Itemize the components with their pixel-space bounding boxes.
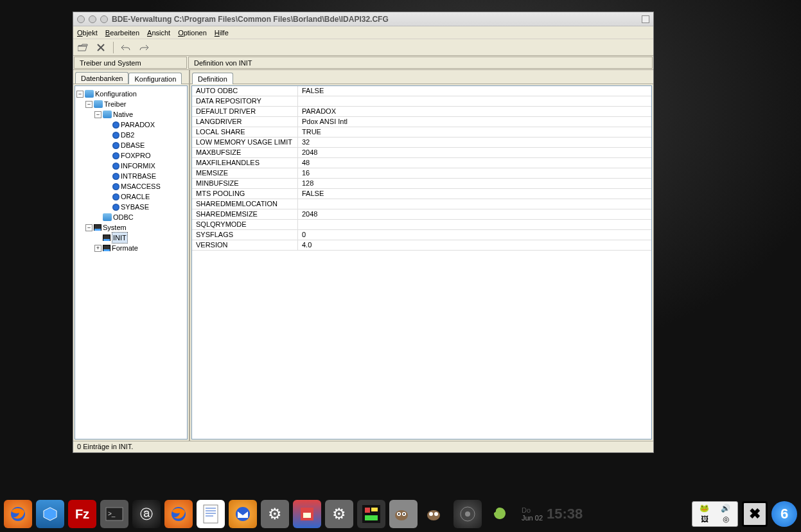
dock-app-2[interactable]	[357, 500, 385, 528]
collapse-icon[interactable]: −	[76, 91, 84, 98]
grid-value[interactable]: 0	[298, 230, 651, 240]
tab-datenbanken[interactable]: Datenbanken	[75, 72, 128, 84]
tree-node-driver[interactable]: SYBASE	[76, 202, 186, 212]
grid-value[interactable]	[298, 96, 651, 106]
grid-value[interactable]: 4.0	[298, 240, 651, 250]
grid-value[interactable]	[298, 220, 651, 229]
grid-row[interactable]: VERSION4.0	[192, 240, 651, 251]
menu-hilfe[interactable]: Hilfe	[215, 29, 229, 37]
grid-row[interactable]: MTS POOLINGFALSE	[192, 189, 651, 199]
grid-row[interactable]: LOCAL SHARETRUE	[192, 127, 651, 137]
grid-value[interactable]: PARADOX	[298, 107, 651, 116]
dock-firefox[interactable]	[4, 500, 32, 528]
grid-row[interactable]: DATA REPOSITORY	[192, 96, 651, 107]
collapse-icon[interactable]: −	[85, 224, 92, 231]
grid-value[interactable]: 16	[298, 168, 651, 178]
grid-row[interactable]: LANGDRIVERPdox ANSI Intl	[192, 117, 651, 127]
grid-key: MINBUFSIZE	[192, 179, 298, 188]
tree-node-formate[interactable]: + Formate	[76, 243, 186, 253]
grid-value[interactable]: 48	[298, 158, 651, 168]
tree-node-treiber[interactable]: − Treiber	[76, 99, 186, 109]
redo-icon[interactable]	[138, 42, 150, 53]
dock-filezilla[interactable]: Fz	[68, 500, 96, 528]
grid-row[interactable]: SQLQRYMODE	[192, 220, 651, 230]
tree-node-driver[interactable]: INFORMIX	[76, 161, 186, 171]
grid-value[interactable]: FALSE	[298, 189, 651, 199]
system-tray[interactable]: 🐸 🔊 🖼 ◎	[692, 501, 738, 527]
grid-row[interactable]: MAXFILEHANDLES48	[192, 158, 651, 168]
workspace-indicator[interactable]: 6	[771, 501, 797, 527]
minimize-icon[interactable]	[89, 15, 96, 23]
tray-icon-1[interactable]: 🐸	[694, 504, 714, 513]
menu-optionen[interactable]: Optionen	[178, 29, 207, 37]
grid-value[interactable]: 2048	[298, 209, 651, 219]
config-tree[interactable]: − Konfiguration − Treiber − Native PARAD…	[75, 85, 188, 439]
tree-node-odbc[interactable]: ODBC	[76, 212, 186, 222]
grid-value[interactable]: 2048	[298, 148, 651, 157]
tree-node-konfiguration[interactable]: − Konfiguration	[76, 89, 186, 99]
grid-value[interactable]: FALSE	[298, 86, 651, 96]
tree-node-driver[interactable]: ORACLE	[76, 191, 186, 202]
window-menu-icon[interactable]	[642, 15, 649, 23]
clock[interactable]: Do Jun 02	[522, 506, 543, 522]
properties-grid[interactable]: AUTO ODBCFALSEDATA REPOSITORYDEFAULT DRI…	[191, 85, 652, 439]
grid-row[interactable]: MEMSIZE16	[192, 168, 651, 179]
dock-firefox-2[interactable]	[164, 500, 193, 528]
dock-thunderbird[interactable]	[229, 500, 257, 528]
undo-icon[interactable]	[120, 42, 132, 53]
grid-value[interactable]	[298, 199, 651, 209]
titlebar[interactable]: BDE-Verwaltung C:\Program Files\Common F…	[73, 12, 653, 26]
dock-virtualbox[interactable]	[36, 500, 64, 528]
tree-node-system[interactable]: − System	[76, 222, 186, 233]
delete-icon[interactable]	[95, 42, 107, 53]
tab-konfiguration[interactable]: Konfiguration	[128, 73, 182, 84]
grid-row[interactable]: DEFAULT DRIVERPARADOX	[192, 107, 651, 117]
tab-definition[interactable]: Definition	[192, 73, 233, 84]
dock-settings-2[interactable]: ⚙	[325, 500, 353, 528]
grid-value[interactable]: 128	[298, 179, 651, 188]
menu-ansicht[interactable]: Ansicht	[147, 29, 170, 37]
tree-node-driver[interactable]: FOXPRO	[76, 150, 186, 161]
grid-row[interactable]: MINBUFSIZE128	[192, 179, 651, 189]
tree-node-driver[interactable]: INTRBASE	[76, 171, 186, 181]
dock-app-green[interactable]	[486, 500, 514, 528]
tree-node-driver[interactable]: DBASE	[76, 140, 186, 150]
grid-row[interactable]: SYSFLAGS0	[192, 230, 651, 240]
tree-node-init[interactable]: INIT	[76, 233, 186, 243]
grid-value[interactable]: 32	[298, 137, 651, 147]
steam-icon[interactable]: ◎	[716, 515, 735, 524]
svg-rect-13	[365, 508, 370, 513]
open-icon[interactable]	[77, 42, 89, 53]
menu-bearbeiten[interactable]: Bearbeiten	[105, 29, 139, 37]
dock-amarok[interactable]: ⓐ	[132, 500, 161, 528]
grid-key: MAXFILEHANDLES	[192, 158, 298, 168]
maximize-icon[interactable]	[100, 15, 108, 23]
collapse-icon[interactable]: −	[94, 111, 101, 118]
dock-settings-1[interactable]: ⚙	[261, 500, 289, 528]
grid-row[interactable]: AUTO ODBCFALSE	[192, 86, 651, 96]
grid-value[interactable]: TRUE	[298, 127, 651, 137]
grid-value[interactable]: Pdox ANSI Intl	[298, 117, 651, 127]
dock-gimp-2[interactable]	[421, 500, 450, 528]
grid-row[interactable]: MAXBUFSIZE2048	[192, 148, 651, 158]
close-session-button[interactable]: ✖	[742, 501, 768, 527]
tray-icon-3[interactable]: 🖼	[694, 515, 714, 524]
dock-document[interactable]	[197, 500, 225, 528]
collapse-icon[interactable]: −	[85, 101, 92, 108]
expand-icon[interactable]: +	[94, 245, 101, 252]
tree-node-driver[interactable]: PARADOX	[76, 120, 186, 130]
grid-row[interactable]: SHAREDMEMLOCATION	[192, 199, 651, 209]
menu-objekt[interactable]: Objekt	[77, 29, 98, 37]
dock-terminal[interactable]: >_	[100, 500, 128, 528]
close-icon[interactable]	[77, 15, 85, 23]
svg-point-20	[403, 513, 405, 515]
dock-gimp[interactable]	[389, 500, 418, 528]
tree-node-native[interactable]: − Native	[76, 109, 186, 120]
tree-node-driver[interactable]: DB2	[76, 130, 186, 140]
grid-row[interactable]: LOW MEMORY USAGE LIMIT32	[192, 137, 651, 148]
grid-row[interactable]: SHAREDMEMSIZE2048	[192, 209, 651, 220]
tree-node-driver[interactable]: MSACCESS	[76, 181, 186, 191]
volume-icon[interactable]: 🔊	[716, 504, 735, 513]
dock-app-1[interactable]	[293, 500, 321, 528]
dock-audio[interactable]	[453, 500, 482, 528]
